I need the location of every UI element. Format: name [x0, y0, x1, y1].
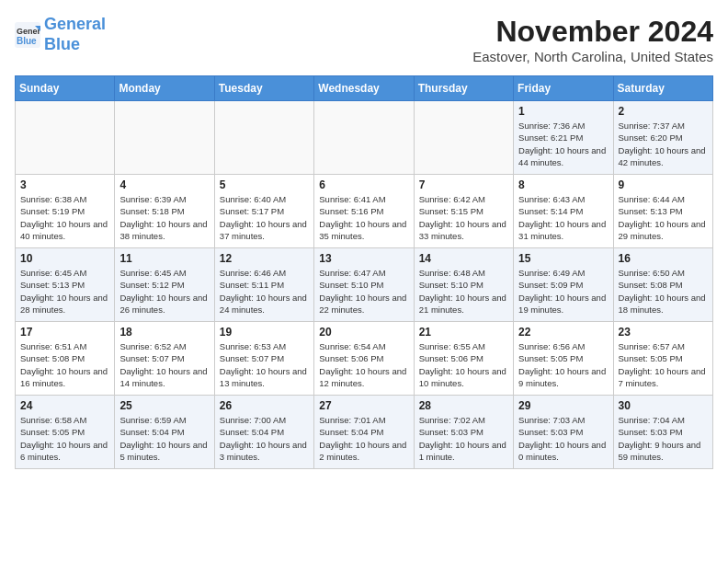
calendar-cell: 8Sunrise: 6:43 AM Sunset: 5:14 PM Daylig…	[514, 175, 613, 248]
weekday-header-thursday: Thursday	[414, 76, 513, 101]
day-number: 11	[119, 252, 209, 265]
day-info: Sunrise: 6:41 AM Sunset: 5:16 PM Dayligh…	[319, 193, 408, 242]
calendar-week-row: 17Sunrise: 6:51 AM Sunset: 5:08 PM Dayli…	[16, 322, 713, 396]
day-info: Sunrise: 7:00 AM Sunset: 5:04 PM Dayligh…	[220, 414, 309, 463]
calendar-cell: 27Sunrise: 7:01 AM Sunset: 5:04 PM Dayli…	[314, 396, 414, 469]
calendar-cell: 19Sunrise: 6:53 AM Sunset: 5:07 PM Dayli…	[214, 322, 313, 396]
weekday-header-friday: Friday	[514, 76, 613, 101]
calendar-cell: 26Sunrise: 7:00 AM Sunset: 5:04 PM Dayli…	[214, 396, 313, 469]
weekday-header-monday: Monday	[115, 76, 214, 101]
calendar-cell: 30Sunrise: 7:04 AM Sunset: 5:03 PM Dayli…	[613, 396, 712, 469]
day-info: Sunrise: 6:40 AM Sunset: 5:17 PM Dayligh…	[220, 193, 309, 242]
day-number: 16	[619, 252, 708, 265]
day-number: 6	[319, 178, 408, 191]
day-number: 23	[619, 326, 708, 339]
day-number: 17	[20, 326, 109, 339]
weekday-header-sunday: Sunday	[16, 76, 115, 101]
day-number: 30	[619, 399, 708, 412]
calendar-cell: 23Sunrise: 6:57 AM Sunset: 5:05 PM Dayli…	[613, 322, 712, 396]
calendar-week-row: 1Sunrise: 7:36 AM Sunset: 6:21 PM Daylig…	[16, 101, 713, 175]
day-info: Sunrise: 6:53 AM Sunset: 5:07 PM Dayligh…	[220, 340, 309, 389]
day-info: Sunrise: 6:50 AM Sunset: 5:08 PM Dayligh…	[619, 267, 708, 316]
calendar-cell: 3Sunrise: 6:38 AM Sunset: 5:19 PM Daylig…	[16, 175, 115, 248]
day-info: Sunrise: 7:02 AM Sunset: 5:03 PM Dayligh…	[419, 414, 508, 463]
day-number: 25	[119, 399, 209, 412]
day-number: 8	[518, 178, 608, 191]
logo-text: GeneralBlue	[44, 15, 106, 54]
day-number: 27	[319, 399, 408, 412]
calendar-cell: 16Sunrise: 6:50 AM Sunset: 5:08 PM Dayli…	[613, 248, 712, 322]
calendar-week-row: 10Sunrise: 6:45 AM Sunset: 5:13 PM Dayli…	[16, 248, 713, 322]
weekday-header-row: SundayMondayTuesdayWednesdayThursdayFrid…	[16, 76, 713, 101]
title-block: November 2024 Eastover, North Carolina, …	[472, 15, 713, 64]
weekday-header-saturday: Saturday	[613, 76, 712, 101]
day-info: Sunrise: 7:37 AM Sunset: 6:20 PM Dayligh…	[619, 120, 708, 168]
day-number: 18	[119, 326, 209, 339]
day-info: Sunrise: 6:59 AM Sunset: 5:04 PM Dayligh…	[119, 414, 209, 463]
day-number: 2	[619, 105, 708, 118]
logo-icon: General Blue	[15, 22, 40, 48]
calendar-week-row: 3Sunrise: 6:38 AM Sunset: 5:19 PM Daylig…	[16, 175, 713, 248]
day-number: 28	[419, 399, 508, 412]
day-info: Sunrise: 6:43 AM Sunset: 5:14 PM Dayligh…	[518, 193, 608, 242]
calendar-cell: 5Sunrise: 6:40 AM Sunset: 5:17 PM Daylig…	[214, 175, 313, 248]
day-info: Sunrise: 6:51 AM Sunset: 5:08 PM Dayligh…	[20, 340, 109, 389]
day-info: Sunrise: 6:56 AM Sunset: 5:05 PM Dayligh…	[518, 340, 608, 389]
calendar-cell: 2Sunrise: 7:37 AM Sunset: 6:20 PM Daylig…	[613, 101, 712, 175]
svg-text:General: General	[17, 27, 40, 36]
calendar-cell: 29Sunrise: 7:03 AM Sunset: 5:03 PM Dayli…	[514, 396, 613, 469]
day-info: Sunrise: 6:47 AM Sunset: 5:10 PM Dayligh…	[319, 267, 408, 316]
day-number: 10	[20, 252, 109, 265]
day-info: Sunrise: 6:57 AM Sunset: 5:05 PM Dayligh…	[619, 340, 708, 389]
day-info: Sunrise: 7:03 AM Sunset: 5:03 PM Dayligh…	[518, 414, 608, 463]
day-number: 4	[119, 178, 209, 191]
calendar-cell: 7Sunrise: 6:42 AM Sunset: 5:15 PM Daylig…	[414, 175, 513, 248]
day-info: Sunrise: 6:46 AM Sunset: 5:11 PM Dayligh…	[220, 267, 309, 316]
calendar-cell: 14Sunrise: 6:48 AM Sunset: 5:10 PM Dayli…	[414, 248, 513, 322]
svg-text:Blue: Blue	[17, 36, 37, 46]
day-info: Sunrise: 6:45 AM Sunset: 5:12 PM Dayligh…	[119, 267, 209, 316]
day-info: Sunrise: 6:58 AM Sunset: 5:05 PM Dayligh…	[20, 414, 109, 463]
calendar-cell: 10Sunrise: 6:45 AM Sunset: 5:13 PM Dayli…	[16, 248, 115, 322]
day-info: Sunrise: 6:42 AM Sunset: 5:15 PM Dayligh…	[419, 193, 508, 242]
calendar-cell: 25Sunrise: 6:59 AM Sunset: 5:04 PM Dayli…	[115, 396, 214, 469]
day-info: Sunrise: 6:38 AM Sunset: 5:19 PM Dayligh…	[20, 193, 109, 242]
day-number: 19	[220, 326, 309, 339]
day-number: 29	[518, 399, 608, 412]
calendar-cell: 24Sunrise: 6:58 AM Sunset: 5:05 PM Dayli…	[16, 396, 115, 469]
logo: General Blue GeneralBlue	[15, 15, 106, 54]
day-number: 3	[20, 178, 109, 191]
calendar-cell: 13Sunrise: 6:47 AM Sunset: 5:10 PM Dayli…	[314, 248, 414, 322]
day-number: 26	[220, 399, 309, 412]
day-number: 12	[220, 252, 309, 265]
calendar-cell	[414, 101, 513, 175]
day-info: Sunrise: 6:44 AM Sunset: 5:13 PM Dayligh…	[619, 193, 708, 242]
day-info: Sunrise: 7:04 AM Sunset: 5:03 PM Dayligh…	[619, 414, 708, 463]
day-info: Sunrise: 6:54 AM Sunset: 5:06 PM Dayligh…	[319, 340, 408, 389]
day-info: Sunrise: 6:48 AM Sunset: 5:10 PM Dayligh…	[419, 267, 508, 316]
calendar-cell	[16, 101, 115, 175]
calendar-cell	[314, 101, 414, 175]
day-number: 7	[419, 178, 508, 191]
calendar-cell: 11Sunrise: 6:45 AM Sunset: 5:12 PM Dayli…	[115, 248, 214, 322]
day-info: Sunrise: 6:55 AM Sunset: 5:06 PM Dayligh…	[419, 340, 508, 389]
calendar-cell: 28Sunrise: 7:02 AM Sunset: 5:03 PM Dayli…	[414, 396, 513, 469]
day-number: 24	[20, 399, 109, 412]
calendar-cell: 6Sunrise: 6:41 AM Sunset: 5:16 PM Daylig…	[314, 175, 414, 248]
day-info: Sunrise: 6:49 AM Sunset: 5:09 PM Dayligh…	[518, 267, 608, 316]
month-title: November 2024	[472, 15, 713, 49]
day-info: Sunrise: 7:01 AM Sunset: 5:04 PM Dayligh…	[319, 414, 408, 463]
day-info: Sunrise: 7:36 AM Sunset: 6:21 PM Dayligh…	[518, 120, 608, 168]
calendar-cell: 18Sunrise: 6:52 AM Sunset: 5:07 PM Dayli…	[115, 322, 214, 396]
calendar-cell: 15Sunrise: 6:49 AM Sunset: 5:09 PM Dayli…	[514, 248, 613, 322]
calendar-cell: 22Sunrise: 6:56 AM Sunset: 5:05 PM Dayli…	[514, 322, 613, 396]
calendar-cell: 21Sunrise: 6:55 AM Sunset: 5:06 PM Dayli…	[414, 322, 513, 396]
calendar-cell: 17Sunrise: 6:51 AM Sunset: 5:08 PM Dayli…	[16, 322, 115, 396]
weekday-header-tuesday: Tuesday	[214, 76, 313, 101]
day-number: 1	[518, 105, 608, 118]
calendar-table: SundayMondayTuesdayWednesdayThursdayFrid…	[15, 75, 713, 469]
calendar-cell: 1Sunrise: 7:36 AM Sunset: 6:21 PM Daylig…	[514, 101, 613, 175]
day-number: 14	[419, 252, 508, 265]
day-number: 15	[518, 252, 608, 265]
day-number: 9	[619, 178, 708, 191]
